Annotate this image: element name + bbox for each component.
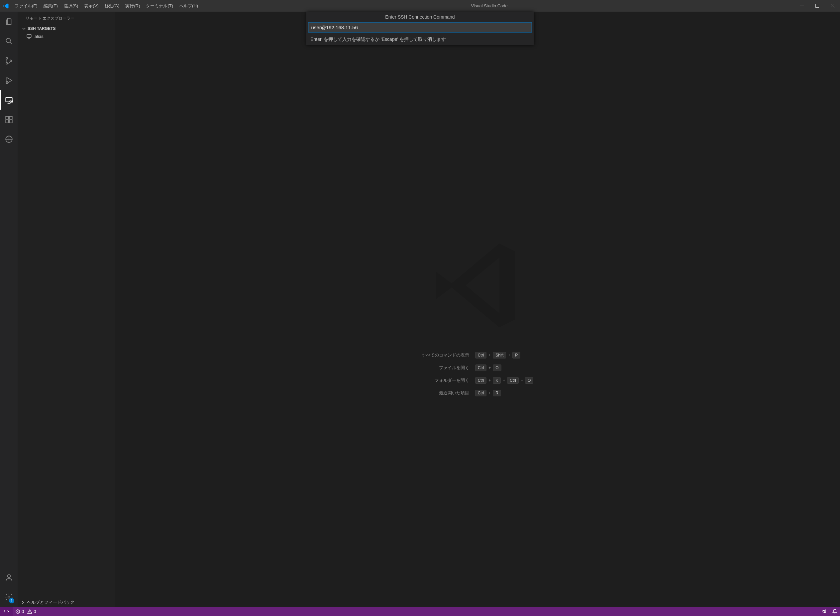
side-panel: リモート エクスプローラー SSH TARGETS alias ヘルプとフィード… — [18, 12, 115, 607]
monitor-icon — [26, 34, 32, 39]
settings-badge: 1 — [9, 598, 14, 603]
help-feedback-section[interactable]: ヘルプとフィードバック — [18, 598, 115, 607]
key: Ctrl — [475, 377, 487, 384]
svg-rect-12 — [9, 116, 12, 119]
svg-point-2 — [6, 38, 10, 43]
key: Ctrl — [475, 352, 487, 358]
errors-count: 0 — [22, 609, 24, 614]
titlebar: ファイル(F) 編集(E) 選択(S) 表示(V) 移動(G) 実行(R) ター… — [0, 0, 840, 12]
side-panel-header: リモート エクスプローラー — [18, 12, 115, 25]
shortcut-table: すべてのコマンドの表示Ctrl+Shift+Pファイルを開くCtrl+Oフォルダ… — [422, 352, 534, 396]
quick-input-title: Enter SSH Connection Command — [306, 12, 534, 22]
activity-explorer[interactable] — [0, 12, 18, 31]
activity-remote-explorer[interactable] — [0, 90, 18, 110]
menu-select[interactable]: 選択(S) — [61, 0, 81, 12]
menu-help[interactable]: ヘルプ(H) — [176, 0, 201, 12]
window-controls — [794, 0, 840, 12]
status-bar: 0 0 — [0, 607, 840, 616]
megaphone-icon — [821, 609, 827, 614]
welcome-watermark: すべてのコマンドの表示Ctrl+Shift+Pファイルを開くCtrl+Oフォルダ… — [422, 236, 534, 396]
shortcut-keys: Ctrl+K+Ctrl+O — [475, 377, 534, 384]
activity-settings[interactable]: 1 — [0, 587, 18, 607]
key: O — [525, 377, 533, 384]
key: Ctrl — [475, 390, 487, 396]
minimize-button[interactable] — [794, 0, 809, 12]
svg-point-14 — [7, 575, 10, 578]
vscode-icon — [0, 3, 12, 9]
bell-icon — [832, 609, 837, 614]
shortcut-keys: Ctrl+O — [475, 364, 534, 371]
svg-point-4 — [6, 63, 7, 64]
window-title: Visual Studio Code — [201, 3, 794, 8]
ssh-target-label: alias — [35, 34, 44, 39]
warning-icon — [27, 609, 32, 614]
activity-live-share[interactable] — [0, 129, 18, 149]
maximize-button[interactable] — [809, 0, 825, 12]
main-area: 1 リモート エクスプローラー SSH TARGETS alias ヘルプとフィ… — [0, 12, 840, 607]
activity-search[interactable] — [0, 31, 18, 51]
quick-input-hint: 'Enter' を押して入力を確認するか 'Escape' を押して取り消します — [306, 34, 534, 45]
svg-point-3 — [6, 57, 7, 59]
key: K — [493, 377, 501, 384]
chevron-down-icon — [22, 26, 26, 31]
vscode-watermark-icon — [428, 236, 527, 335]
svg-rect-0 — [800, 6, 804, 6]
shortcut-keys: Ctrl+Shift+P — [475, 352, 534, 358]
svg-point-15 — [7, 596, 10, 598]
svg-rect-1 — [815, 4, 819, 7]
svg-rect-16 — [27, 35, 31, 38]
svg-rect-10 — [6, 120, 9, 123]
menu-run[interactable]: 実行(R) — [122, 0, 143, 12]
feedback-button[interactable] — [819, 607, 829, 616]
key: Ctrl — [507, 377, 519, 384]
help-feedback-label: ヘルプとフィードバック — [27, 599, 75, 605]
svg-rect-11 — [9, 120, 12, 123]
warnings-count: 0 — [34, 609, 36, 614]
ssh-targets-label: SSH TARGETS — [28, 26, 56, 31]
remote-indicator[interactable] — [0, 607, 13, 616]
key: Ctrl — [475, 364, 487, 371]
activity-accounts[interactable] — [0, 568, 18, 587]
activity-extensions[interactable] — [0, 110, 18, 129]
menu-edit[interactable]: 編集(E) — [41, 0, 61, 12]
menu-bar: ファイル(F) 編集(E) 選択(S) 表示(V) 移動(G) 実行(R) ター… — [12, 0, 201, 12]
shortcut-label: フォルダーを開く — [422, 377, 469, 383]
svg-point-5 — [10, 60, 11, 62]
key: P — [512, 352, 520, 358]
error-icon — [15, 609, 20, 614]
shortcut-label: ファイルを開く — [422, 365, 469, 371]
key: R — [493, 390, 501, 396]
ssh-targets-section[interactable]: SSH TARGETS — [22, 25, 111, 32]
notifications-button[interactable] — [829, 607, 840, 616]
activity-run-debug[interactable] — [0, 70, 18, 90]
quick-input-field[interactable] — [308, 22, 532, 32]
shortcut-label: すべてのコマンドの表示 — [422, 352, 469, 358]
remote-icon — [4, 609, 9, 614]
chevron-right-icon — [20, 600, 25, 605]
menu-file[interactable]: ファイル(F) — [12, 0, 41, 12]
key: O — [493, 364, 501, 371]
activity-source-control[interactable] — [0, 51, 18, 70]
menu-go[interactable]: 移動(G) — [102, 0, 123, 12]
key: Shift — [493, 352, 506, 358]
shortcut-label: 最近開いた項目 — [422, 390, 469, 396]
problems-status[interactable]: 0 0 — [13, 607, 38, 616]
activity-bar: 1 — [0, 12, 18, 607]
ssh-target-item[interactable]: alias — [22, 32, 111, 41]
svg-rect-9 — [6, 116, 9, 119]
menu-view[interactable]: 表示(V) — [81, 0, 101, 12]
close-button[interactable] — [825, 0, 840, 12]
editor-area: すべてのコマンドの表示Ctrl+Shift+Pファイルを開くCtrl+Oフォルダ… — [115, 12, 840, 607]
quick-input-widget: Enter SSH Connection Command 'Enter' を押し… — [306, 12, 534, 45]
shortcut-keys: Ctrl+R — [475, 390, 534, 396]
menu-terminal[interactable]: ターミナル(T) — [143, 0, 176, 12]
